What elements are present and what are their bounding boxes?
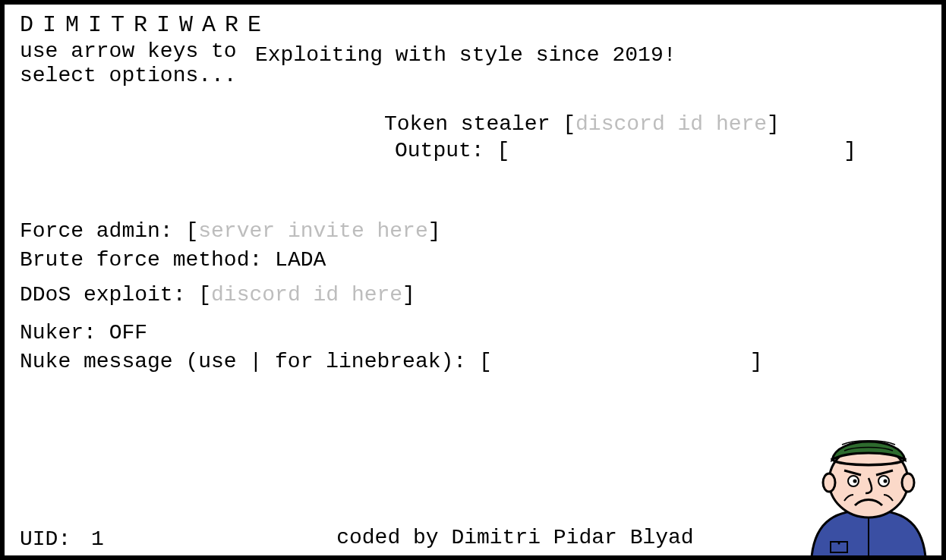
bracket-open: [ (198, 283, 211, 307)
nuke-message-label: Nuke message (use | for linebreak): (20, 350, 466, 373)
dimitri-avatar-icon (800, 428, 937, 557)
ddos-row[interactable]: DDoS exploit: [discord id here] (20, 281, 926, 310)
bracket-open: [ (479, 350, 492, 373)
brute-force-row[interactable]: Brute force method: LADA (20, 246, 926, 275)
subtitle-hint: use arrow keys to select options... (20, 39, 255, 88)
nuke-message-row[interactable]: Nuke message (use | for linebreak): [] (20, 348, 926, 376)
bracket-close: ] (402, 283, 415, 307)
bracket-close: ] (844, 139, 856, 162)
token-stealer-label: Token stealer (384, 112, 550, 136)
uid-row: UID: 1 (20, 527, 104, 551)
token-stealer-input[interactable]: discord id here (575, 112, 767, 136)
token-output-label: Output: (395, 139, 484, 162)
uid-value: 1 (84, 527, 104, 551)
nuker-label: Nuker: (20, 321, 96, 344)
bracket-open: [ (563, 112, 575, 136)
app-title: DIMITRIWARE (20, 12, 926, 38)
force-admin-row[interactable]: Force admin: [server invite here] (20, 217, 926, 246)
svg-point-8 (884, 480, 888, 483)
force-admin-input[interactable]: server invite here (198, 219, 427, 243)
bracket-open: [ (185, 219, 198, 243)
tagline: Exploiting with style since 2019! (255, 39, 926, 68)
bracket-open: [ (497, 139, 509, 162)
bracket-close: ] (767, 112, 780, 136)
ddos-label: DDoS exploit: (20, 283, 185, 307)
nuker-value[interactable]: OFF (109, 321, 147, 344)
svg-point-4 (902, 473, 914, 492)
svg-point-3 (823, 473, 835, 492)
bracket-close: ] (428, 219, 441, 243)
svg-point-6 (853, 480, 857, 483)
svg-point-1 (838, 543, 840, 545)
token-stealer-row[interactable]: Token stealer [discord id here] (384, 111, 926, 137)
brute-force-value[interactable]: LADA (275, 248, 326, 272)
uid-label: UID: (20, 527, 71, 551)
nuker-row[interactable]: Nuker: OFF (20, 319, 926, 348)
bracket-close: ] (750, 350, 763, 373)
force-admin-label: Force admin: (20, 219, 173, 243)
token-output-row: Output: [] (384, 137, 926, 164)
ddos-input[interactable]: discord id here (211, 283, 402, 307)
brute-force-label: Brute force method: (20, 248, 262, 272)
